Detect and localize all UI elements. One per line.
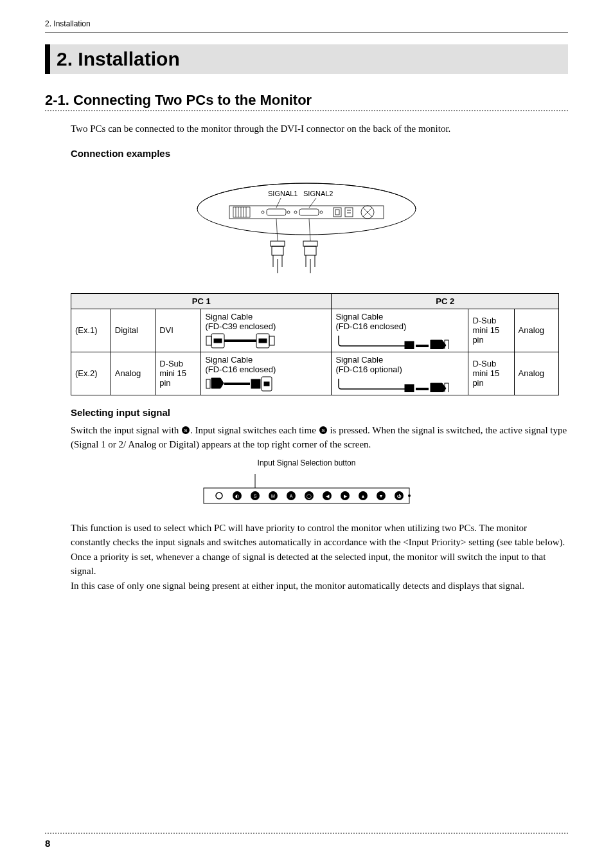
cell-pc1-type: Analog: [111, 352, 155, 395]
connection-table: PC 1 PC 2 (Ex.1) Digital DVI Signal Cabl…: [71, 293, 559, 395]
svg-rect-25: [272, 246, 283, 255]
svg-rect-38: [214, 339, 222, 343]
svg-point-8: [262, 211, 264, 213]
svg-rect-9: [267, 209, 286, 215]
svg-point-77: [408, 494, 411, 497]
page-title: 2. Installation: [45, 44, 568, 74]
svg-rect-36: [206, 336, 211, 345]
cell-pc2-type: Analog: [514, 309, 558, 352]
section-heading: 2-1. Connecting Two PCs to the Monitor: [45, 92, 568, 109]
footer-rule: [45, 833, 568, 834]
svg-rect-16: [345, 208, 353, 217]
svg-text:◯: ◯: [306, 494, 312, 499]
svg-rect-29: [303, 241, 317, 246]
page-number: 8: [45, 838, 50, 849]
svg-text:S: S: [254, 494, 257, 498]
subhead-connection-examples: Connection examples: [71, 148, 568, 159]
header-rule: [45, 32, 568, 33]
page-footer: 8: [45, 833, 568, 849]
th-pc1: PC 1: [71, 293, 332, 309]
cell-pc2-conn: D-Sub mini 15 pin: [468, 352, 514, 395]
table-row: (Ex.1) Digital DVI Signal Cable (FD-C39 …: [71, 309, 559, 352]
svg-line-23: [309, 198, 316, 208]
svg-rect-30: [305, 246, 316, 255]
signal-button-icon: S: [181, 426, 190, 435]
svg-text:S: S: [321, 428, 324, 433]
svg-rect-40: [259, 339, 267, 343]
svg-rect-1: [229, 206, 384, 219]
svg-text:S: S: [184, 428, 187, 433]
cell-pc1-conn: DVI: [155, 309, 201, 352]
svg-rect-42: [405, 341, 414, 349]
cell-pc1-type: Digital: [111, 309, 155, 352]
subhead-selecting-input: Selecting input signal: [71, 407, 568, 418]
th-pc2: PC 2: [332, 293, 559, 309]
cell-ex: (Ex.2): [71, 352, 111, 395]
svg-rect-12: [299, 209, 319, 215]
svg-rect-47: [264, 382, 269, 386]
priority-paragraph-1: This function is used to select which PC…: [71, 521, 568, 579]
svg-rect-15: [335, 210, 339, 215]
svg-text:⏻: ⏻: [397, 494, 402, 498]
svg-text:▼: ▼: [379, 494, 384, 498]
selecting-input-paragraph: Switch the input signal with S. Input si…: [71, 423, 568, 452]
svg-text:▲: ▲: [361, 494, 366, 498]
table-row: (Ex.2) Analog D-Sub mini 15 pin Signal C…: [71, 352, 559, 395]
cell-pc2-cable: Signal Cable (FD-C16 optional): [332, 352, 468, 395]
cell-pc1-cable: Signal Cable (FD-C39 enclosed): [201, 309, 332, 352]
cell-pc2-cable: Signal Cable (FD-C16 enclosed): [332, 309, 468, 352]
svg-text:M: M: [271, 494, 275, 498]
button-caption: Input Signal Selection button: [45, 458, 568, 467]
button-panel-diagram: Input Signal Selection button ◐ S M A ◯ …: [45, 458, 568, 508]
svg-rect-45: [251, 379, 260, 388]
cell-pc2-type: Analog: [514, 352, 558, 395]
signal-button-icon: S: [319, 426, 328, 435]
svg-rect-48: [405, 384, 414, 392]
cell-pc2-conn: D-Sub mini 15 pin: [468, 309, 514, 352]
svg-point-11: [294, 211, 297, 213]
priority-paragraph-2: In this case of only one signal being pr…: [71, 579, 568, 593]
breadcrumb: 2. Installation: [45, 19, 568, 28]
svg-point-56: [216, 493, 222, 499]
svg-text:A: A: [290, 494, 293, 498]
svg-rect-14: [333, 208, 341, 217]
svg-rect-44: [206, 379, 210, 388]
svg-line-35: [309, 219, 310, 241]
svg-rect-41: [269, 336, 274, 345]
svg-text:◐: ◐: [235, 494, 239, 498]
svg-line-34: [276, 219, 278, 241]
svg-point-13: [320, 211, 323, 213]
intro-paragraph: Two PCs can be connected to the monitor …: [71, 122, 568, 136]
signal1-label: SIGNAL1: [268, 190, 298, 197]
svg-line-22: [276, 198, 281, 208]
connection-diagram: SIGNAL1 SIGNAL2: [45, 170, 568, 282]
cell-pc1-cable: Signal Cable (FD-C16 enclosed): [201, 352, 332, 395]
cell-ex: (Ex.1): [71, 309, 111, 352]
cell-pc1-conn: D-Sub mini 15 pin: [155, 352, 201, 395]
svg-point-10: [287, 211, 290, 213]
section-underline: [45, 110, 568, 111]
signal2-label: SIGNAL2: [303, 190, 333, 197]
svg-rect-24: [271, 241, 285, 246]
